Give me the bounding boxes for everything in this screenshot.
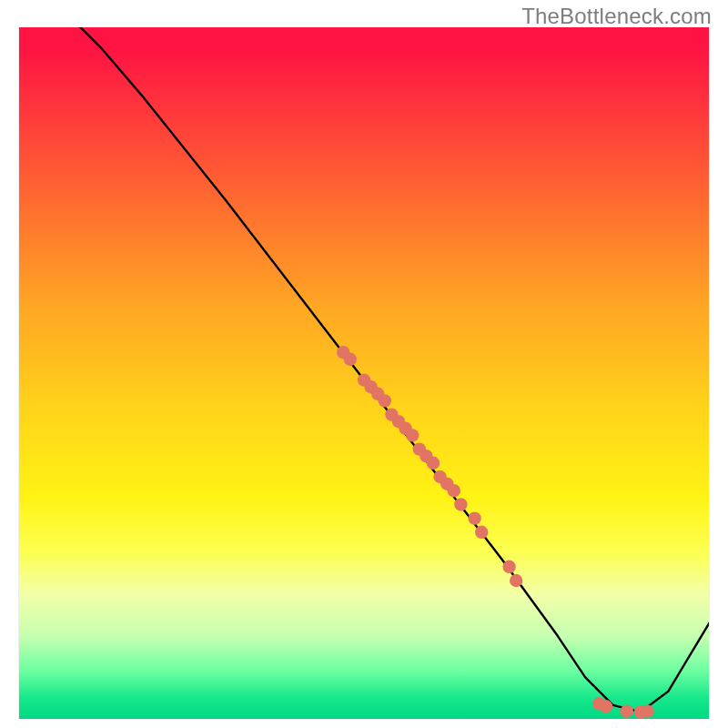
data-marker — [379, 394, 391, 407]
data-marker — [427, 457, 440, 470]
data-marker — [475, 526, 488, 539]
data-marker — [344, 353, 357, 366]
data-marker — [510, 574, 522, 587]
data-marker — [600, 700, 612, 713]
data-marker — [502, 561, 515, 573]
chart-overlay-svg — [18, 27, 710, 719]
data-marker — [641, 704, 653, 717]
data-marker — [406, 429, 419, 441]
data-marker — [621, 704, 633, 717]
plot-area — [18, 27, 710, 719]
data-marker — [468, 511, 480, 524]
data-marker — [454, 498, 467, 511]
data-marker — [448, 484, 460, 497]
bottleneck-curve — [18, 27, 710, 712]
watermark-text: TheBottleneck.com — [521, 4, 712, 29]
bottleneck-chart: TheBottleneck.com — [0, 0, 728, 728]
